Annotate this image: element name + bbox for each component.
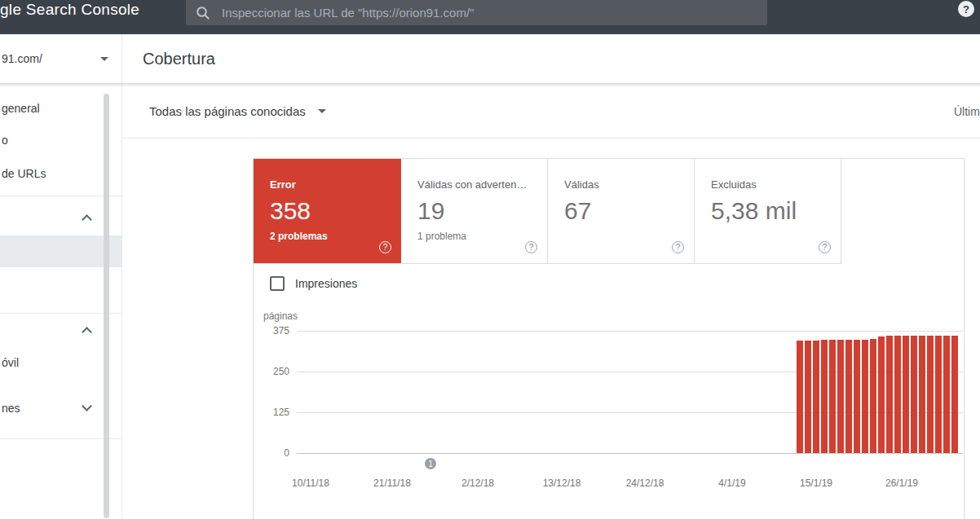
x-tick-label: 15/1/19 <box>784 477 849 489</box>
y-tick-label: 125 <box>255 407 289 418</box>
tile-value: 67 <box>564 197 694 225</box>
tile-subtitle: 2 problemas <box>270 231 401 242</box>
chart-y-axis-label: páginas <box>263 310 298 322</box>
property-label: 91.com/ <box>2 52 42 65</box>
search-icon <box>196 6 210 20</box>
help-icon[interactable]: ? <box>672 241 684 253</box>
bar[interactable] <box>805 341 811 453</box>
help-icon[interactable]: ? <box>958 1 974 17</box>
sidebar-item-label: de URLs <box>2 167 46 180</box>
impressions-checkbox[interactable] <box>270 276 285 291</box>
bar[interactable] <box>911 336 917 453</box>
screen: gle Search Console ? 91.com/ general o d… <box>0 0 980 519</box>
bar[interactable] <box>903 336 909 453</box>
status-tiles: Error 358 2 problemas ? Válidas con adve… <box>254 159 841 264</box>
coverage-chart <box>297 331 963 453</box>
sidebar-item-label: óvil <box>2 356 19 369</box>
bar[interactable] <box>854 340 860 453</box>
x-tick-label: 13/12/18 <box>529 477 594 489</box>
bar[interactable] <box>862 340 868 453</box>
impressions-label: Impresiones <box>295 277 357 290</box>
sidebar-item-label: nes <box>2 402 20 415</box>
chevron-up-icon <box>82 214 92 225</box>
bar[interactable] <box>813 341 819 453</box>
tile-value: 5,38 mil <box>711 197 841 225</box>
page-title: Cobertura <box>143 50 215 68</box>
x-tick-label: 26/1/19 <box>869 477 934 489</box>
bar[interactable] <box>870 339 876 453</box>
tile-title: Válidas <box>564 178 686 191</box>
impressions-legend: Impresiones <box>270 276 357 291</box>
x-tick-label: 24/12/18 <box>612 477 678 489</box>
filter-row: Todas las páginas conocidas Últim <box>122 87 980 139</box>
bar[interactable] <box>886 336 893 453</box>
x-tick-label: 10/11/18 <box>278 477 343 489</box>
tile-value: 19 <box>417 197 547 225</box>
brand-logo: gle Search Console <box>0 1 139 19</box>
y-tick-label: 375 <box>255 325 289 336</box>
bar[interactable] <box>797 341 803 453</box>
gridline <box>297 453 963 454</box>
bar[interactable] <box>927 336 934 453</box>
chevron-down-icon <box>82 401 92 411</box>
tile-valid-with-warnings[interactable]: Válidas con adverten… 19 1 problema ? <box>401 159 548 263</box>
help-icon[interactable]: ? <box>819 241 831 253</box>
tile-subtitle: 1 problema <box>417 231 547 242</box>
bar[interactable] <box>845 340 852 453</box>
bar[interactable] <box>894 336 901 453</box>
chevron-up-icon <box>82 327 92 337</box>
tile-title: Válidas con adverten… <box>417 178 540 191</box>
y-tick-label: 0 <box>255 447 289 459</box>
tile-title: Error <box>270 178 392 191</box>
bar[interactable] <box>951 336 958 453</box>
filter-label: Todas las páginas conocidas <box>149 104 306 118</box>
gridline <box>297 331 963 332</box>
bar[interactable] <box>943 336 950 453</box>
y-tick-label: 250 <box>255 366 289 377</box>
bar[interactable] <box>821 340 828 453</box>
sidebar-item-label: o <box>2 134 8 147</box>
chevron-down-icon <box>318 109 326 113</box>
x-tick-label: 2/12/18 <box>445 477 510 489</box>
tile-error[interactable]: Error 358 2 problemas ? <box>254 159 401 263</box>
help-icon[interactable]: ? <box>525 241 537 253</box>
topbar: gle Search Console ? <box>0 0 980 34</box>
chevron-down-icon <box>100 57 108 61</box>
url-inspection-searchbox[interactable] <box>186 0 767 25</box>
bar[interactable] <box>837 340 844 453</box>
coverage-panel: Error 358 2 problemas ? Válidas con adve… <box>253 158 965 519</box>
page-filter-dropdown[interactable]: Todas las páginas conocidas <box>149 104 326 118</box>
tile-value: 358 <box>270 197 401 225</box>
bar[interactable] <box>878 336 885 453</box>
property-selector[interactable]: 91.com/ <box>0 34 122 84</box>
url-inspection-input[interactable] <box>222 6 767 20</box>
bar[interactable] <box>935 336 942 453</box>
x-tick-label: 4/1/19 <box>700 477 765 489</box>
page-header: Cobertura <box>122 34 980 84</box>
sidebar-scrollbar[interactable] <box>104 94 109 518</box>
bar[interactable] <box>919 336 925 453</box>
tile-title: Excluidas <box>711 178 833 191</box>
tile-excluded[interactable]: Excluidas 5,38 mil ? <box>695 159 841 263</box>
last-updated-text: Últim <box>954 105 980 118</box>
bar[interactable] <box>829 340 836 453</box>
sidebar: 91.com/ general o de URLs óvil <box>0 34 122 519</box>
timeline-marker[interactable]: 1 <box>425 458 436 469</box>
x-tick-label: 21/11/18 <box>360 477 425 489</box>
tile-valid[interactable]: Válidas 67 ? <box>548 159 695 263</box>
help-icon[interactable]: ? <box>379 241 391 253</box>
sidebar-item-label: general <box>2 102 40 115</box>
